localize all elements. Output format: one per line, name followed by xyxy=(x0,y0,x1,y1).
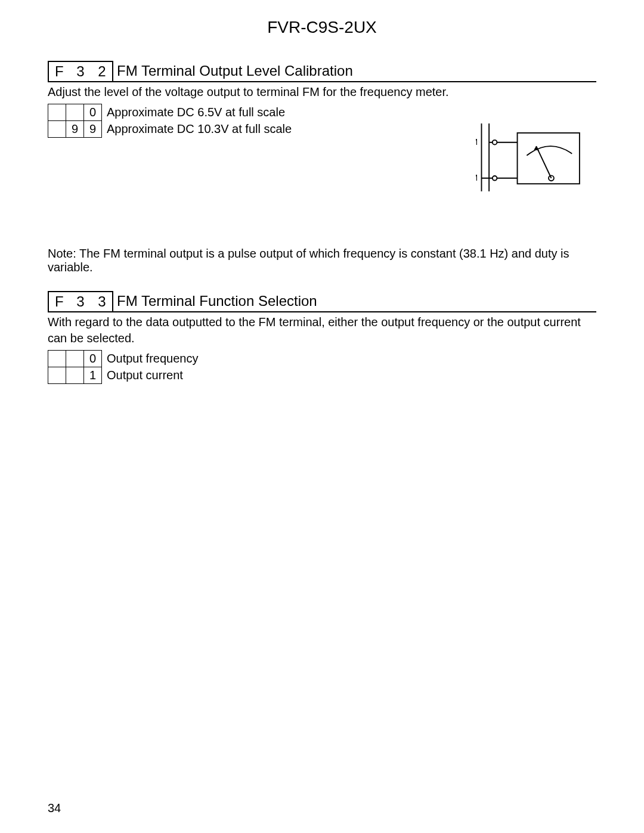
page-title: FVR-C9S-2UX xyxy=(48,18,596,37)
code-digit-1: 3 xyxy=(69,292,92,311)
function-code: F 3 2 xyxy=(48,61,113,81)
table-label: Output frequency xyxy=(102,351,203,367)
table-cell xyxy=(66,367,84,384)
function-code: F 3 3 xyxy=(48,291,113,311)
table-cell: 0 xyxy=(84,351,102,367)
section-title: FM Terminal Output Level Calibration xyxy=(113,61,353,81)
code-letter: F xyxy=(49,292,69,311)
table-cell xyxy=(48,121,66,138)
section-header: F 3 2 FM Terminal Output Level Calibrati… xyxy=(48,61,596,82)
section-note: Note: The FM terminal output is a pulse … xyxy=(48,247,596,274)
value-table: 0 Approximate DC 6.5V at full scale 9 9 … xyxy=(48,104,297,138)
table-cell: 0 xyxy=(84,104,102,121)
terminal-cm-label: CM xyxy=(476,173,478,182)
section-header: F 3 3 FM Terminal Function Selection xyxy=(48,291,596,312)
terminal-fm-label: FM xyxy=(476,137,478,147)
table-cell: 1 xyxy=(84,367,102,384)
table-row: 0 Approximate DC 6.5V at full scale xyxy=(48,104,297,121)
section-description: Adjust the level of the voltage output t… xyxy=(48,84,596,100)
table-cell xyxy=(48,351,66,367)
code-digit-1: 3 xyxy=(69,62,92,81)
svg-point-3 xyxy=(492,140,497,145)
section-f33: F 3 3 FM Terminal Function Selection Wit… xyxy=(48,291,596,384)
table-row: 9 9 Approximate DC 10.3V at full scale xyxy=(48,121,297,138)
svg-rect-6 xyxy=(517,133,579,184)
section-description: With regard to the data outputted to the… xyxy=(48,314,596,346)
table-cell xyxy=(48,104,66,121)
page-number: 34 xyxy=(48,801,61,815)
table-cell xyxy=(48,367,66,384)
section-title: FM Terminal Function Selection xyxy=(113,291,317,311)
table-cell xyxy=(66,104,84,121)
table-row: 0 Output frequency xyxy=(48,351,203,367)
table-cell xyxy=(66,351,84,367)
value-table: 0 Output frequency 1 Output current xyxy=(48,350,203,384)
table-cell: 9 xyxy=(66,121,84,138)
section-f32: F 3 2 FM Terminal Output Level Calibrati… xyxy=(48,61,596,274)
svg-point-5 xyxy=(492,176,497,181)
code-letter: F xyxy=(49,62,69,81)
wiring-diagram: FM CM xyxy=(476,104,596,211)
code-digit-2: 2 xyxy=(92,62,112,81)
table-cell: 9 xyxy=(84,121,102,138)
table-label: Approximate DC 6.5V at full scale xyxy=(102,104,297,121)
code-digit-2: 3 xyxy=(92,292,112,311)
table-label: Output current xyxy=(102,367,203,384)
table-row: 1 Output current xyxy=(48,367,203,384)
table-label: Approximate DC 10.3V at full scale xyxy=(102,121,297,138)
